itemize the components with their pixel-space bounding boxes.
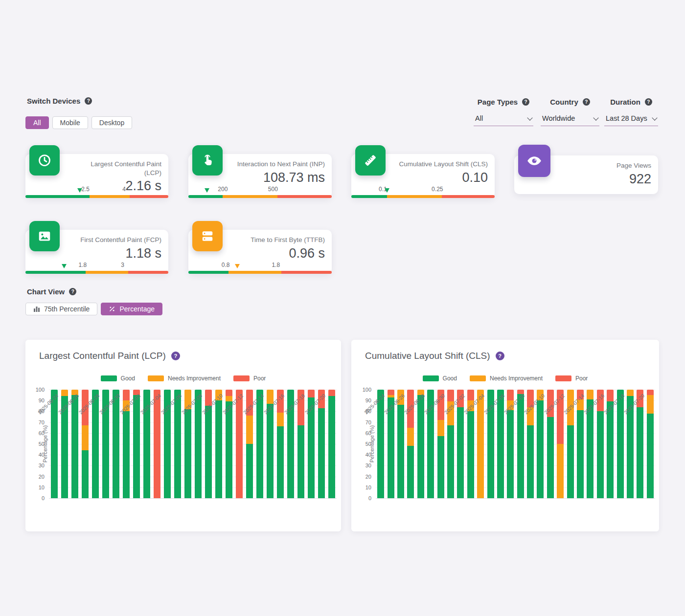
bar-2025-06-24[interactable]: [377, 390, 384, 498]
percentage-button[interactable]: Percentage: [101, 303, 162, 315]
cls-chart-plot: Percentage (%)01020304050607080901002025…: [376, 390, 655, 498]
metric-title: Largest Contentful Paint (LCP): [73, 160, 161, 177]
threshold-marker-icon: [385, 188, 389, 193]
chevron-down-icon: [652, 115, 657, 120]
y-tick-label: 100: [36, 387, 45, 393]
poor-segment: [281, 271, 332, 274]
metric-card-content: Interaction to Next Paint (INP)108.73 ms: [237, 160, 325, 185]
legend-label: Good: [121, 375, 135, 382]
device-button-mobile[interactable]: Mobile: [52, 116, 88, 129]
bar-2025-07-02[interactable]: [457, 390, 464, 498]
legend-swatch: [555, 375, 571, 381]
legend-item-poor[interactable]: Poor: [233, 375, 266, 382]
bar-2025-07-10[interactable]: [215, 390, 222, 498]
duration-filter: Duration?Last 28 Days: [604, 97, 658, 126]
bar-2025-06-24[interactable]: [51, 390, 58, 498]
bar-2025-07-21[interactable]: [328, 390, 335, 498]
country-select[interactable]: Worldwide: [541, 113, 599, 126]
bar-2025-07-20[interactable]: [318, 390, 325, 498]
threshold-label: 1.8: [272, 262, 280, 268]
good-segment: [188, 195, 223, 198]
page-types-select[interactable]: All: [474, 113, 533, 126]
bar-2025-07-04[interactable]: [154, 390, 160, 498]
bar-2025-07-04[interactable]: [477, 390, 484, 498]
bar-2025-07-14[interactable]: [256, 390, 263, 498]
legend-label: Poor: [253, 375, 266, 382]
metric-value: 108.73 ms: [263, 170, 325, 185]
eye-icon: [518, 145, 550, 177]
switch-devices-block: Switch Devices ?: [27, 97, 92, 105]
threshold-marker-icon: [205, 188, 209, 193]
threshold-bar: [351, 195, 495, 198]
y-tick-label: 0: [42, 495, 45, 501]
bar-2025-06-28[interactable]: [92, 390, 99, 498]
legend-swatch: [470, 375, 486, 381]
legend-item-needs-improvement[interactable]: Needs Improvement: [148, 375, 221, 382]
bar-2025-07-16[interactable]: [597, 390, 604, 498]
threshold-label: 2.5: [81, 186, 90, 193]
device-button-group: AllMobileDesktop: [25, 116, 132, 129]
bar-2025-07-14[interactable]: [577, 390, 584, 498]
lcp-chart-plot: Percentage (%)01020304050607080901002025…: [49, 390, 337, 498]
metric-value: 1.18 s: [125, 246, 161, 261]
metric-card-cls: Cumulative Layout Shift (CLS)0.100.10.25: [351, 154, 495, 198]
y-tick-label: 30: [365, 462, 371, 468]
device-button-desktop[interactable]: Desktop: [91, 116, 132, 129]
bar-2025-07-08[interactable]: [195, 390, 202, 498]
bar-2025-07-16[interactable]: [277, 390, 284, 498]
page-types-help-icon[interactable]: ?: [522, 98, 529, 106]
duration-help-icon[interactable]: ?: [645, 98, 652, 106]
chart-view-block: Chart View ?: [27, 287, 76, 296]
y-tick-label: 70: [39, 419, 45, 425]
bar-2025-07-12[interactable]: [236, 390, 243, 498]
bar-2025-06-30[interactable]: [113, 390, 119, 498]
lcp-chart-help-icon[interactable]: ?: [171, 352, 180, 360]
bar-2025-07-06[interactable]: [174, 390, 181, 498]
legend-item-poor[interactable]: Poor: [555, 375, 588, 382]
legend-swatch: [233, 375, 250, 381]
switch-devices-help-icon[interactable]: ?: [85, 97, 92, 105]
chevron-down-icon: [527, 115, 532, 120]
bar-2025-06-28[interactable]: [417, 390, 424, 498]
needs-improvement-segment: [223, 195, 277, 198]
good-segment: [351, 195, 387, 198]
percentile-button[interactable]: 75th Percentile: [25, 303, 97, 315]
duration-label-row: Duration?: [604, 97, 658, 107]
poor-segment: [277, 195, 332, 198]
bar-2025-07-08[interactable]: [517, 390, 524, 498]
legend-item-good[interactable]: Good: [423, 375, 457, 382]
bar-2025-06-30[interactable]: [437, 390, 444, 498]
y-tick-label: 60: [39, 430, 45, 436]
bar-2025-07-20[interactable]: [637, 390, 643, 498]
percentile-button-label: 75th Percentile: [44, 305, 90, 313]
bar-2025-07-18[interactable]: [297, 390, 304, 498]
bar-2025-07-18[interactable]: [617, 390, 624, 498]
legend-label: Needs Improvement: [168, 375, 221, 382]
metric-card-content: First Contentful Paint (FCP)1.18 s: [80, 236, 161, 261]
duration-select[interactable]: Last 28 Days: [604, 113, 658, 126]
legend-item-good[interactable]: Good: [101, 375, 135, 382]
bar-2025-06-26[interactable]: [71, 390, 78, 498]
cls-chart-help-icon[interactable]: ?: [496, 352, 504, 360]
page-types-filter: Page Types?All: [474, 97, 533, 126]
page-types-selected-value: All: [475, 114, 483, 122]
bar-2025-07-10[interactable]: [537, 390, 544, 498]
y-tick-label: 40: [365, 452, 371, 458]
metric-title: Cumulative Layout Shift (CLS): [399, 160, 488, 169]
tap-icon: [192, 145, 223, 176]
threshold-bar: [188, 271, 332, 274]
device-button-all[interactable]: All: [25, 116, 49, 129]
bar-2025-07-21[interactable]: [647, 390, 654, 498]
bar-2025-07-02[interactable]: [133, 390, 140, 498]
bar-2025-07-06[interactable]: [497, 390, 504, 498]
y-tick-label: 50: [365, 441, 371, 447]
country-help-icon[interactable]: ?: [583, 98, 590, 106]
legend-swatch: [101, 375, 117, 381]
bar-2025-06-26[interactable]: [397, 390, 404, 498]
y-tick-label: 0: [368, 495, 371, 501]
metric-title: Time to First Byte (TTFB): [251, 236, 325, 244]
bar-2025-07-12[interactable]: [557, 390, 564, 498]
legend-item-needs-improvement[interactable]: Needs Improvement: [470, 375, 543, 382]
chart-view-help-icon[interactable]: ?: [69, 288, 76, 295]
server-icon: [192, 221, 223, 251]
